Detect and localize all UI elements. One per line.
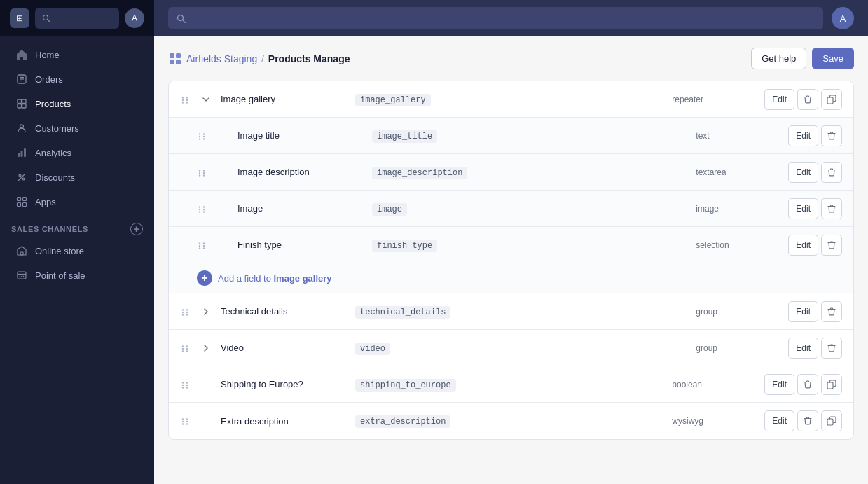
get-help-button[interactable]: Get help	[751, 48, 806, 69]
sidebar-item-discounts[interactable]: Discounts	[4, 165, 150, 189]
svg-point-45	[203, 138, 205, 139]
svg-point-14	[19, 174, 21, 177]
sidebar-item-apps[interactable]: Apps	[4, 190, 150, 214]
svg-rect-8	[18, 104, 22, 109]
svg-rect-19	[18, 203, 21, 207]
content-area: Airfields Staging / Products Manage Get …	[154, 36, 868, 484]
sidebar-item-analytics[interactable]: Analytics	[4, 141, 150, 165]
add-field-row[interactable]: + Add a field to Image gallery	[169, 263, 853, 293]
edit-button[interactable]: Edit	[788, 125, 818, 146]
duplicate-button[interactable]	[821, 374, 842, 395]
breadcrumb-current-page: Products Manage	[268, 53, 350, 64]
breadcrumb-store-name[interactable]: Airfields Staging	[186, 53, 257, 64]
sidebar-item-home[interactable]: Home	[4, 43, 150, 67]
svg-point-70	[182, 345, 184, 347]
delete-button[interactable]	[797, 410, 818, 431]
svg-point-65	[186, 309, 188, 310]
drag-handle[interactable]	[197, 202, 208, 214]
svg-point-41	[203, 133, 205, 134]
svg-point-69	[186, 314, 188, 315]
drag-handle[interactable]	[180, 378, 191, 389]
svg-point-83	[182, 418, 184, 420]
drag-handle[interactable]	[180, 305, 191, 317]
svg-rect-22	[18, 272, 26, 279]
delete-button[interactable]	[821, 125, 842, 146]
svg-point-59	[203, 242, 205, 244]
svg-rect-11	[18, 153, 20, 157]
field-key: image_gallery	[355, 94, 431, 106]
expand-toggle[interactable]	[200, 93, 212, 106]
delete-button[interactable]	[821, 301, 842, 322]
field-type: group	[696, 307, 780, 317]
user-avatar[interactable]: A	[125, 8, 144, 28]
duplicate-button[interactable]	[821, 410, 842, 431]
store-icon: ⊞	[10, 8, 29, 28]
svg-point-37	[182, 102, 184, 103]
delete-button[interactable]	[797, 89, 818, 110]
table-row: Extra descriptionextra_descriptionwysiwy…	[169, 403, 853, 439]
svg-rect-39	[827, 97, 833, 104]
drag-handle[interactable]	[197, 166, 208, 177]
drag-handle[interactable]	[180, 93, 191, 104]
drag-handle[interactable]	[180, 415, 191, 427]
delete-button[interactable]	[821, 198, 842, 219]
drag-handle[interactable]	[180, 342, 191, 353]
breadcrumb: Airfields Staging / Products Manage Get …	[168, 48, 854, 69]
edit-button[interactable]: Edit	[764, 410, 794, 431]
field-name: Image description	[237, 167, 364, 177]
delete-button[interactable]	[821, 235, 842, 256]
apps-icon	[15, 195, 28, 208]
edit-button[interactable]: Edit	[788, 235, 818, 256]
sidebar-item-orders[interactable]: Orders	[4, 67, 150, 91]
svg-point-86	[186, 421, 188, 422]
field-type: selection	[696, 240, 780, 250]
add-field-icon[interactable]: +	[197, 270, 212, 286]
drag-handle[interactable]	[197, 130, 208, 141]
svg-point-64	[182, 309, 184, 310]
svg-point-57	[203, 211, 205, 212]
edit-button[interactable]: Edit	[788, 301, 818, 322]
edit-button[interactable]: Edit	[788, 338, 818, 359]
svg-point-80	[182, 387, 184, 388]
svg-point-66	[182, 311, 184, 312]
add-sales-channel-button[interactable]: +	[130, 223, 143, 235]
delete-button[interactable]	[821, 162, 842, 183]
expand-toggle[interactable]	[200, 342, 212, 354]
sidebar-item-products[interactable]: Products	[4, 92, 150, 116]
svg-point-38	[186, 102, 188, 103]
sidebar-item-point-of-sale[interactable]: Point of sale	[4, 263, 150, 287]
edit-button[interactable]: Edit	[764, 374, 794, 395]
svg-point-15	[22, 178, 25, 180]
field-key: image_title	[372, 130, 437, 143]
sidebar-item-online-store[interactable]: Online store	[4, 239, 150, 263]
svg-point-62	[199, 247, 200, 249]
edit-button[interactable]: Edit	[788, 198, 818, 219]
field-actions: Edit	[764, 89, 842, 110]
svg-point-26	[23, 276, 25, 277]
sidebar-item-customers[interactable]: Customers	[4, 116, 150, 140]
svg-point-10	[20, 125, 24, 128]
field-key: finish_type	[372, 240, 437, 252]
duplicate-button[interactable]	[821, 89, 842, 110]
edit-button[interactable]: Edit	[764, 89, 794, 110]
delete-button[interactable]	[821, 338, 842, 359]
save-button[interactable]: Save	[812, 48, 854, 69]
expand-toggle[interactable]	[200, 305, 212, 318]
field-name: Technical details	[221, 306, 347, 317]
svg-point-42	[199, 135, 200, 137]
field-key: technical_details	[355, 306, 450, 319]
sidebar: ⊞ A Home Orders Products	[0, 0, 154, 484]
drag-handle[interactable]	[197, 239, 208, 250]
svg-point-25	[21, 276, 22, 277]
sales-channels-label: SALES CHANNELS +	[0, 214, 154, 238]
svg-point-84	[186, 418, 188, 420]
topbar-search[interactable]	[168, 7, 823, 29]
edit-button[interactable]: Edit	[788, 162, 818, 183]
field-type: repeater	[672, 95, 756, 104]
svg-point-27	[178, 15, 184, 20]
table-row: Shipping to Europe?shipping_to_europeboo…	[169, 366, 853, 403]
field-actions: Edit	[788, 198, 842, 219]
svg-point-58	[199, 242, 200, 244]
sidebar-search[interactable]	[35, 8, 119, 29]
delete-button[interactable]	[797, 374, 818, 395]
